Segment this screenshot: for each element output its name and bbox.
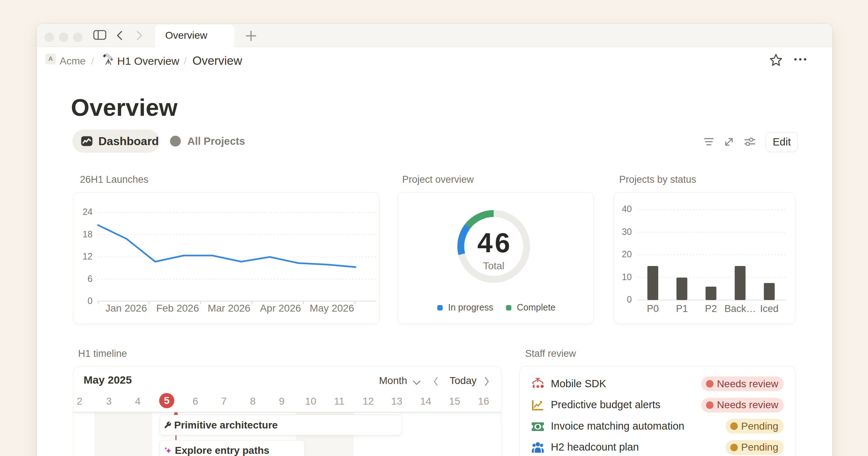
svg-text:30: 30 — [622, 227, 632, 237]
svg-text:40: 40 — [622, 204, 632, 214]
svg-text:P0: P0 — [647, 303, 659, 314]
svg-text:24: 24 — [82, 207, 93, 217]
svg-text:Apr 2026: Apr 2026 — [260, 303, 301, 314]
svg-text:P1: P1 — [676, 303, 688, 314]
svg-text:May 2026: May 2026 — [310, 303, 354, 314]
svg-text:P2: P2 — [705, 303, 717, 314]
svg-text:10: 10 — [622, 272, 632, 282]
svg-text:0: 0 — [627, 294, 632, 304]
svg-text:In progress: In progress — [448, 302, 493, 312]
svg-text:Back…: Back… — [724, 303, 756, 314]
svg-text:0: 0 — [88, 296, 93, 306]
svg-text:20: 20 — [622, 249, 632, 259]
svg-text:46: 46 — [477, 227, 512, 258]
svg-text:Mar 2026: Mar 2026 — [208, 303, 250, 314]
svg-text:Complete: Complete — [517, 302, 556, 312]
svg-text:Iced: Iced — [760, 303, 778, 314]
svg-text:18: 18 — [82, 229, 93, 239]
svg-text:6: 6 — [88, 274, 93, 284]
svg-text:Feb 2026: Feb 2026 — [156, 303, 199, 314]
svg-text:Jan 2026: Jan 2026 — [105, 303, 147, 314]
svg-text:Total: Total — [483, 260, 504, 271]
svg-text:12: 12 — [82, 251, 93, 261]
